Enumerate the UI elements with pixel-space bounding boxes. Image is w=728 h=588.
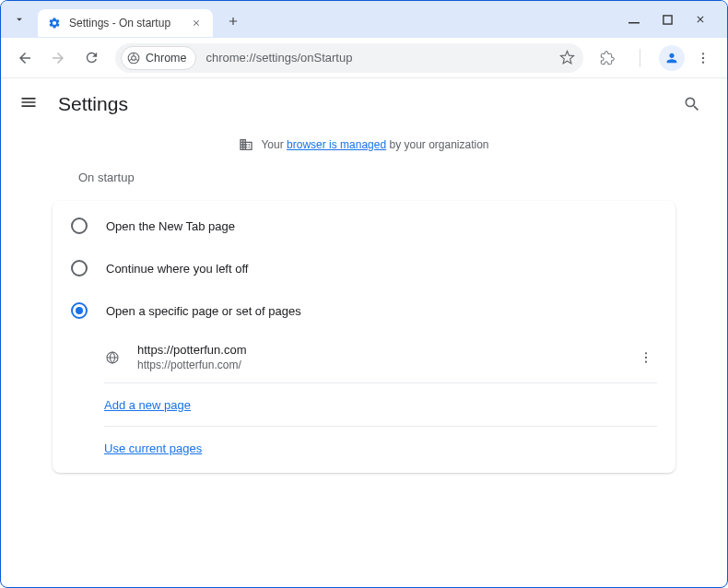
- search-button[interactable]: [675, 88, 709, 121]
- address-bar[interactable]: Chrome chrome://settings/onStartup: [115, 43, 583, 73]
- svg-rect-4: [640, 49, 640, 67]
- menu-button[interactable]: [688, 43, 718, 73]
- chrome-icon: [127, 52, 140, 65]
- reload-button[interactable]: [76, 43, 106, 73]
- browser-tab[interactable]: Settings - On startup: [38, 9, 213, 37]
- extensions-button[interactable]: [593, 43, 622, 73]
- option-specific[interactable]: Open a specific page or set of pages: [53, 289, 675, 332]
- use-current-row: Use current pages: [53, 427, 675, 469]
- radio-icon: [71, 218, 88, 234]
- bookmark-button[interactable]: [554, 45, 580, 71]
- settings-content: On startup Open the New Tab page Continu…: [1, 165, 727, 473]
- svg-point-10: [645, 356, 647, 358]
- radio-icon: [71, 260, 88, 276]
- add-page-row: Add a new page: [53, 383, 675, 426]
- maximize-button[interactable]: [659, 11, 675, 28]
- option-continue[interactable]: Continue where you left off: [53, 247, 675, 289]
- managed-prefix: Your: [261, 138, 287, 151]
- window-titlebar: Settings - On startup: [1, 1, 727, 38]
- settings-header: Settings: [1, 78, 727, 130]
- option-new-tab[interactable]: Open the New Tab page: [53, 205, 675, 247]
- back-button[interactable]: [10, 43, 40, 73]
- hamburger-icon[interactable]: [19, 93, 41, 115]
- profile-button[interactable]: [659, 45, 685, 71]
- startup-page-title: https://potterfun.com: [137, 343, 635, 357]
- managed-link[interactable]: browser is managed: [287, 138, 386, 151]
- gear-icon: [47, 16, 62, 30]
- managed-suffix: by your organization: [386, 138, 488, 151]
- startup-page-entry: https://potterfun.com https://potterfun.…: [53, 332, 675, 382]
- globe-icon: [104, 349, 121, 366]
- svg-point-5: [702, 53, 704, 54]
- page-title: Settings: [58, 93, 675, 115]
- svg-rect-1: [663, 15, 671, 23]
- more-actions-button[interactable]: [635, 347, 657, 369]
- option-label: Open the New Tab page: [106, 219, 235, 233]
- url-text: chrome://settings/onStartup: [205, 51, 554, 65]
- svg-rect-0: [628, 22, 640, 24]
- browser-toolbar: Chrome chrome://settings/onStartup: [1, 38, 727, 78]
- site-chip[interactable]: Chrome: [121, 46, 196, 70]
- new-tab-button[interactable]: [220, 8, 246, 34]
- toolbar-divider: [626, 43, 655, 73]
- svg-point-7: [702, 61, 704, 63]
- forward-button[interactable]: [43, 43, 73, 73]
- startup-page-url: https://potterfun.com/: [137, 359, 635, 371]
- building-icon: [239, 137, 253, 152]
- window-controls: [626, 11, 722, 28]
- tab-title: Settings - On startup: [69, 17, 182, 29]
- section-title: On startup: [53, 165, 675, 201]
- startup-card: Open the New Tab page Continue where you…: [53, 201, 675, 473]
- option-label: Continue where you left off: [106, 262, 248, 276]
- svg-point-3: [132, 55, 136, 60]
- svg-point-6: [702, 56, 704, 58]
- svg-point-9: [645, 352, 647, 354]
- close-button[interactable]: [692, 11, 709, 28]
- minimize-button[interactable]: [626, 11, 642, 28]
- use-current-link[interactable]: Use current pages: [104, 441, 202, 455]
- managed-banner: Your browser is managed by your organiza…: [1, 130, 727, 165]
- option-label: Open a specific page or set of pages: [106, 304, 301, 318]
- site-chip-label: Chrome: [146, 52, 186, 65]
- close-icon[interactable]: [189, 16, 204, 30]
- tab-search-button[interactable]: [6, 6, 32, 32]
- svg-point-11: [645, 360, 647, 362]
- radio-icon: [71, 302, 88, 319]
- add-page-link[interactable]: Add a new page: [104, 398, 191, 412]
